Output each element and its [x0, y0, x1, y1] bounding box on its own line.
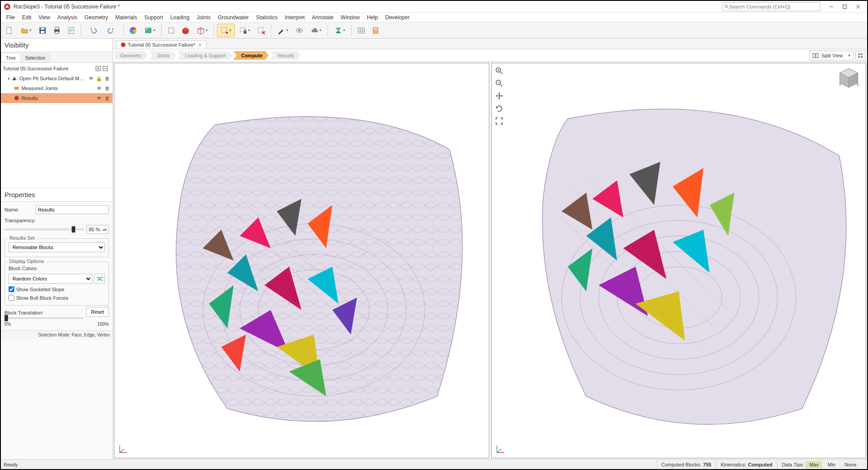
image-settings-button[interactable]: [141, 24, 159, 37]
search-commands-box[interactable]: [722, 2, 820, 11]
view-settings-button[interactable]: [855, 51, 865, 60]
wf-results[interactable]: Results: [270, 51, 301, 60]
menu-edit[interactable]: Edit: [18, 13, 35, 22]
menu-groundwater[interactable]: Groundwater: [214, 13, 252, 22]
delete-icon[interactable]: 🗑: [104, 85, 111, 92]
transparency-slider[interactable]: [4, 229, 84, 230]
menu-annotate[interactable]: Annotate: [308, 13, 337, 22]
menu-support[interactable]: Support: [141, 13, 167, 22]
svg-point-53: [375, 32, 376, 33]
tree-root[interactable]: Tutorial 05 Successive Failure: [1, 64, 112, 73]
color-wheel-button[interactable]: [126, 24, 140, 37]
transparency-value[interactable]: 85 %▴▾: [86, 225, 109, 234]
solid-cube-button[interactable]: [179, 24, 192, 37]
menu-help[interactable]: Help: [363, 13, 382, 22]
svg-marker-20: [112, 28, 114, 30]
properties-panel: Properties Name: Transparency: 85 %▴▾ Re…: [1, 188, 112, 459]
datatip-none[interactable]: None: [841, 461, 860, 468]
menu-file[interactable]: File: [3, 13, 18, 22]
axes-gizmo-icon: [495, 444, 506, 454]
shuffle-colors-button[interactable]: [94, 274, 105, 284]
wf-joints[interactable]: Joints: [149, 51, 176, 60]
new-file-button[interactable]: [3, 24, 16, 37]
selection-mode-button[interactable]: [217, 24, 235, 37]
report-button[interactable]: [65, 24, 78, 37]
save-button[interactable]: [36, 24, 49, 37]
tab-selection[interactable]: Selection: [20, 53, 50, 62]
delete-icon[interactable]: 🗑: [104, 95, 111, 102]
visibility-button[interactable]: [293, 24, 306, 37]
menu-geometry[interactable]: Geometry: [81, 13, 112, 22]
results-set-select[interactable]: Removable Blocks: [9, 242, 105, 252]
svg-line-2: [727, 7, 729, 9]
block-translation-slider[interactable]: [4, 317, 83, 319]
annotate-button[interactable]: [274, 24, 292, 37]
wf-loading[interactable]: Loading & Support: [177, 51, 232, 60]
wireframe-button[interactable]: [164, 24, 178, 37]
delete-icon[interactable]: 🗑: [104, 75, 111, 82]
lock-icon[interactable]: 🔒: [95, 75, 103, 82]
menu-developer[interactable]: Developer: [382, 13, 414, 22]
split-view-icon: [812, 52, 819, 59]
tab-tree[interactable]: Tree: [1, 53, 21, 62]
name-field[interactable]: [36, 205, 109, 214]
tree-item-mesh[interactable]: ▸ Open Pit Surface.Default.Mesh_ext 👁 🔒 …: [1, 73, 112, 83]
redo-button[interactable]: [103, 24, 121, 37]
svg-point-54: [376, 32, 377, 33]
lock-selection-button[interactable]: [236, 24, 254, 37]
tree-item-results[interactable]: Results 👁 🗑: [1, 93, 112, 103]
minimize-button[interactable]: [825, 2, 838, 11]
block-colors-select[interactable]: Random Colors: [9, 274, 92, 284]
show-bolt-checkbox-row[interactable]: Show Bolt Block Forces: [9, 295, 105, 301]
eye-toggle-icon[interactable]: 👁: [87, 75, 95, 82]
expand-all-icon[interactable]: [95, 66, 101, 71]
menu-statistics[interactable]: Statistics: [252, 13, 281, 22]
cube-wire-icon: [197, 26, 205, 34]
reset-button[interactable]: Reset: [86, 307, 109, 317]
search-commands-input[interactable]: [729, 4, 818, 9]
show-socketed-checkbox-row[interactable]: Show Socketed Slope: [9, 286, 105, 292]
close-tab-icon[interactable]: ✕: [197, 43, 203, 47]
eye-toggle-icon[interactable]: 👁: [95, 85, 103, 92]
wf-geometry[interactable]: Geometry: [115, 51, 148, 60]
svg-rect-11: [41, 28, 44, 30]
table-button[interactable]: [354, 24, 368, 37]
menu-view[interactable]: View: [35, 13, 54, 22]
open-file-button[interactable]: [17, 24, 35, 37]
deselect-icon: [257, 26, 265, 34]
wf-compute[interactable]: Compute: [233, 51, 269, 60]
compute-button[interactable]: [331, 24, 349, 37]
show-bolt-checkbox[interactable]: [9, 295, 14, 301]
close-button[interactable]: [852, 2, 864, 11]
svg-marker-64: [102, 279, 103, 281]
cube-solid-icon: [181, 26, 190, 34]
svg-rect-71: [861, 56, 863, 58]
cloud-button[interactable]: [307, 24, 325, 37]
viewport-right[interactable]: S E: [491, 63, 867, 458]
datatip-max[interactable]: Max: [806, 461, 822, 468]
collapse-all-icon[interactable]: [103, 66, 108, 71]
menu-materials[interactable]: Materials: [112, 13, 141, 22]
eye-icon: [295, 26, 303, 34]
undo-button[interactable]: [84, 24, 102, 37]
viewport-left[interactable]: [114, 63, 489, 458]
print-button[interactable]: [50, 24, 64, 37]
tree-item-joints[interactable]: Measured Joints 👁 🗑: [1, 83, 112, 93]
eye-toggle-icon[interactable]: 👁: [95, 95, 103, 102]
show-socketed-checkbox[interactable]: [9, 286, 14, 292]
menu-window[interactable]: Window: [337, 13, 363, 22]
calculator-button[interactable]: [369, 24, 382, 37]
svg-rect-13: [55, 27, 59, 30]
datatip-min[interactable]: Min: [824, 461, 839, 468]
view-mode-select[interactable]: Split View: [809, 51, 854, 60]
document-tab[interactable]: Tutorial 05 Successive Failure* ✕: [117, 40, 207, 49]
menu-interpret[interactable]: Interpret: [281, 13, 308, 22]
display-options-fieldset: Display Options Block Colors: Random Col…: [4, 262, 109, 306]
menu-joints[interactable]: Joints: [193, 13, 214, 22]
menu-analysis[interactable]: Analysis: [54, 13, 81, 22]
deselect-button[interactable]: [255, 24, 268, 37]
svg-rect-14: [55, 31, 59, 34]
wire-cube-button[interactable]: [193, 24, 211, 37]
maximize-button[interactable]: [838, 2, 851, 11]
menu-loading[interactable]: Loading: [167, 13, 193, 22]
